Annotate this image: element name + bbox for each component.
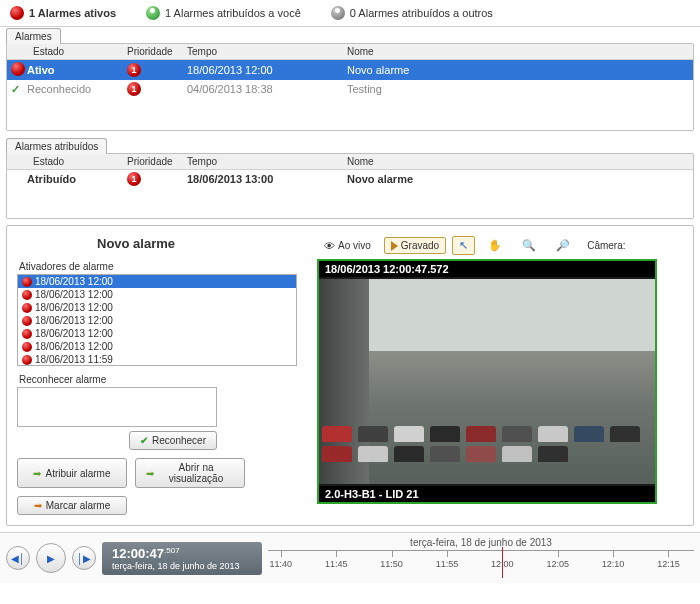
mark-button-label: Marcar alarme bbox=[46, 500, 110, 511]
priority-badge: 1 bbox=[127, 82, 141, 96]
assigned-to-others-text: 0 Alarmes atribuídos a outros bbox=[350, 7, 493, 19]
assigned-body: Atribuído 1 18/06/2013 13:00 Novo alarme bbox=[7, 170, 693, 218]
step-forward-button[interactable]: │▶ bbox=[72, 546, 96, 570]
col-prioridade[interactable]: Prioridade bbox=[127, 156, 187, 167]
alarm-dot-icon bbox=[22, 290, 32, 300]
tick-label: 12:10 bbox=[602, 559, 625, 569]
col-prioridade[interactable]: Prioridade bbox=[127, 46, 187, 57]
summary-bar: 1 Alarmes ativos 1 Alarmes atribuídos a … bbox=[0, 0, 700, 27]
check-icon: ✓ bbox=[11, 83, 20, 95]
list-item[interactable]: 18/06/2013 12:00 bbox=[18, 340, 296, 353]
list-item[interactable]: 18/06/2013 12:00 bbox=[18, 327, 296, 340]
video-toolbar: Ao vivo Gravado ↖ ✋ 🔍 🔎 Câmera: bbox=[317, 236, 683, 255]
list-item[interactable]: 18/06/2013 12:00 bbox=[18, 314, 296, 327]
open-view-button[interactable]: ➡ Abrir na visualização bbox=[135, 458, 245, 488]
play-icon bbox=[391, 241, 398, 251]
playback-date: terça-feira, 18 de junho de 2013 bbox=[112, 561, 252, 571]
zoom-out-tool[interactable]: 🔎 bbox=[549, 236, 577, 255]
alarms-panel: Estado Prioridade Tempo Nome Ativo 1 18/… bbox=[6, 43, 694, 131]
table-row[interactable]: Atribuído 1 18/06/2013 13:00 Novo alarme bbox=[7, 170, 693, 188]
cell-tempo: 04/06/2013 18:38 bbox=[187, 83, 317, 95]
cell-tempo: 18/06/2013 13:00 bbox=[187, 173, 317, 185]
open-view-button-label: Abrir na visualização bbox=[158, 462, 234, 484]
triggers-list[interactable]: 18/06/2013 12:00 18/06/2013 12:00 18/06/… bbox=[17, 274, 297, 366]
list-item[interactable]: 18/06/2013 12:00 bbox=[18, 275, 296, 288]
assign-button[interactable]: ➡ Atribuir alarme bbox=[17, 458, 127, 488]
detail-panel: Novo alarme Ativadores de alarme 18/06/2… bbox=[6, 225, 694, 526]
assigned-to-others-summary: 0 Alarmes atribuídos a outros bbox=[331, 6, 493, 20]
assigned-to-you-text: 1 Alarmes atribuídos a você bbox=[165, 7, 301, 19]
timeline[interactable]: terça-feira, 18 de junho de 2013 11:40 1… bbox=[268, 537, 694, 579]
recorded-button[interactable]: Gravado bbox=[384, 237, 446, 254]
tick-label: 11:45 bbox=[325, 559, 348, 569]
trigger-time: 18/06/2013 12:00 bbox=[35, 302, 113, 313]
mark-button[interactable]: ➡ Marcar alarme bbox=[17, 496, 127, 515]
list-item[interactable]: 18/06/2013 12:00 bbox=[18, 288, 296, 301]
list-item[interactable]: 18/06/2013 11:59 bbox=[18, 353, 296, 366]
table-row[interactable]: Ativo 1 18/06/2013 12:00 Novo alarme bbox=[7, 60, 693, 80]
eye-icon bbox=[324, 240, 335, 252]
detail-right: Ao vivo Gravado ↖ ✋ 🔍 🔎 Câmera: 18/06/20… bbox=[317, 236, 683, 515]
active-alarms-summary: 1 Alarmes ativos bbox=[10, 6, 116, 20]
col-estado[interactable]: Estado bbox=[7, 156, 127, 167]
trigger-time: 18/06/2013 11:59 bbox=[35, 354, 113, 365]
col-estado[interactable]: Estado bbox=[7, 46, 127, 57]
cell-nome: Novo alarme bbox=[317, 64, 693, 76]
active-alarms-text: 1 Alarmes ativos bbox=[29, 7, 116, 19]
alarms-columns: Estado Prioridade Tempo Nome bbox=[7, 44, 693, 60]
timeline-cursor[interactable] bbox=[502, 547, 503, 578]
tab-alarmes-atribuidos[interactable]: Alarmes atribuídos bbox=[6, 138, 107, 154]
time-chip[interactable]: 12:00:47.507 terça-feira, 18 de junho de… bbox=[102, 542, 262, 575]
col-tempo[interactable]: Tempo bbox=[187, 156, 317, 167]
arrow-right-icon: ➡ bbox=[33, 468, 41, 479]
assigned-to-you-summary: 1 Alarmes atribuídos a você bbox=[146, 6, 301, 20]
arrow-right-icon: ➡ bbox=[146, 468, 154, 479]
person-green-icon bbox=[146, 6, 160, 20]
trigger-time: 18/06/2013 12:00 bbox=[35, 276, 113, 287]
pointer-tool[interactable]: ↖ bbox=[452, 236, 475, 255]
alarm-dot-icon bbox=[22, 277, 32, 287]
cell-estado: Reconhecido bbox=[27, 83, 127, 95]
ack-button[interactable]: ✔ Reconhecer bbox=[129, 431, 217, 450]
live-label: Ao vivo bbox=[338, 240, 371, 251]
cell-tempo: 18/06/2013 12:00 bbox=[187, 64, 317, 76]
zoom-out-icon: 🔎 bbox=[556, 239, 570, 252]
col-tempo[interactable]: Tempo bbox=[187, 46, 317, 57]
ack-textarea[interactable] bbox=[17, 387, 217, 427]
alarms-body: Ativo 1 18/06/2013 12:00 Novo alarme ✓ R… bbox=[7, 60, 693, 130]
alarm-dot-icon bbox=[22, 342, 32, 352]
cell-nome: Testing bbox=[317, 83, 693, 95]
tick-label: 11:50 bbox=[380, 559, 403, 569]
priority-badge: 1 bbox=[127, 63, 141, 77]
zoom-in-icon: 🔍 bbox=[522, 239, 536, 252]
assign-button-label: Atribuir alarme bbox=[45, 468, 110, 479]
tab-alarmes[interactable]: Alarmes bbox=[6, 28, 61, 44]
video-viewport[interactable]: 18/06/2013 12:00:47.572 2.0-H3-B1 - LID … bbox=[317, 259, 657, 504]
list-item[interactable]: 18/06/2013 12:00 bbox=[18, 301, 296, 314]
step-back-button[interactable]: ◀│ bbox=[6, 546, 30, 570]
timeline-date: terça-feira, 18 de junho de 2013 bbox=[268, 537, 694, 548]
table-row[interactable]: ✓ Reconhecido 1 04/06/2013 18:38 Testing bbox=[7, 80, 693, 98]
assigned-panel: Estado Prioridade Tempo Nome Atribuído 1… bbox=[6, 153, 694, 219]
tick-label: 11:55 bbox=[436, 559, 459, 569]
recorded-label: Gravado bbox=[401, 240, 439, 251]
play-button[interactable]: ▶ bbox=[36, 543, 66, 573]
pan-tool[interactable]: ✋ bbox=[481, 236, 509, 255]
playback-time: 12:00:47 bbox=[112, 546, 164, 561]
col-nome[interactable]: Nome bbox=[317, 46, 693, 57]
tick-label: 12:15 bbox=[657, 559, 680, 569]
alarm-icon bbox=[10, 6, 24, 20]
triggers-label: Ativadores de alarme bbox=[19, 261, 297, 272]
ack-label: Reconhecer alarme bbox=[19, 374, 297, 385]
cell-nome: Novo alarme bbox=[317, 173, 693, 185]
cell-estado: Ativo bbox=[27, 64, 127, 76]
trigger-time: 18/06/2013 12:00 bbox=[35, 328, 113, 339]
alarm-dot-icon bbox=[22, 329, 32, 339]
check-icon: ✔ bbox=[140, 435, 148, 446]
trigger-time: 18/06/2013 12:00 bbox=[35, 289, 113, 300]
live-button[interactable]: Ao vivo bbox=[317, 237, 378, 255]
col-nome[interactable]: Nome bbox=[317, 156, 693, 167]
zoom-in-tool[interactable]: 🔍 bbox=[515, 236, 543, 255]
video-timestamp: 18/06/2013 12:00:47.572 bbox=[319, 261, 655, 277]
timeline-ruler[interactable]: 11:40 11:45 11:50 11:55 12:00 12:05 12:1… bbox=[268, 550, 694, 574]
